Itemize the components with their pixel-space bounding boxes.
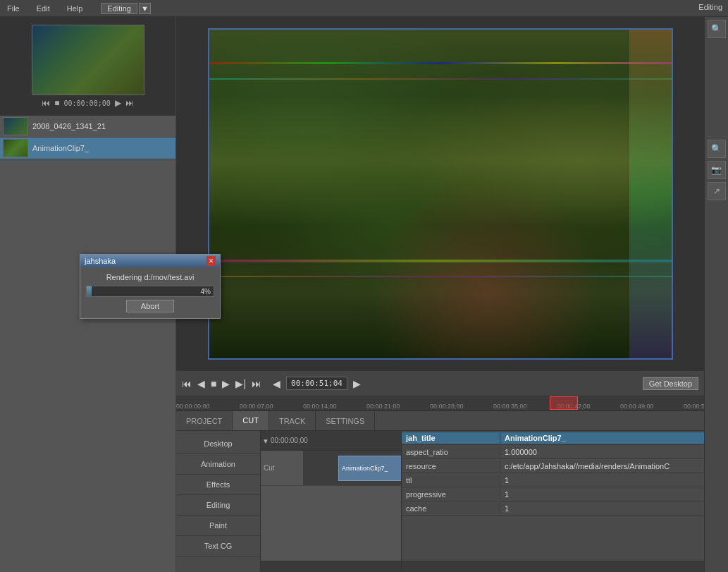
list-item[interactable]: 2008_0426_1341_21: [0, 116, 175, 138]
tool-camera[interactable]: 📷: [708, 161, 726, 179]
tab-cut[interactable]: CUT: [233, 411, 269, 430]
timeline-content: Cut AnimationClip7_: [261, 451, 401, 561]
fast-fwd-btn[interactable]: ⏭: [252, 378, 261, 389]
preview-thumb-inner: [32, 25, 144, 95]
preview-area: ⏮ ■ 00:00:00;00 ▶ ⏭: [0, 17, 175, 116]
prop-key: progressive: [402, 489, 500, 500]
abort-button[interactable]: Abort: [126, 300, 174, 312]
tl-time-0: 00:00:00;00: [271, 437, 308, 444]
sidebar-item-paint[interactable]: Paint: [176, 516, 260, 536]
sidebar-item-effects[interactable]: Effects: [176, 475, 260, 495]
tool-search[interactable]: 🔍: [708, 20, 726, 38]
red-marker: [550, 396, 578, 410]
preview-controls: ⏮ ■ 00:00:00;00 ▶ ⏭: [42, 98, 133, 108]
prop-val: 1: [500, 489, 704, 500]
prev-frame-btn[interactable]: ⏮: [42, 98, 50, 108]
tab-project[interactable]: PROJECT: [176, 411, 233, 430]
prop-row: aspect_ratio 1.000000: [402, 445, 704, 459]
props-panel: jah_title AnimationClip7_ aspect_ratio 1…: [401, 431, 704, 572]
menu-file[interactable]: File: [3, 3, 24, 14]
progress-bar-fill: [87, 286, 92, 296]
prop-key: jah_title: [402, 432, 500, 444]
ruler-tick: 00:00:28;00: [430, 403, 464, 410]
prop-row: cache 1: [402, 501, 704, 516]
clip-block[interactable]: AnimationClip7_: [338, 456, 401, 481]
timeline-header: ▼ 00:00:00;00 00:00:25;00 00:00:50;: [261, 431, 401, 451]
sidebar-item-textcg[interactable]: Text CG: [176, 536, 260, 556]
sidebar-item-desktop[interactable]: Desktop: [176, 434, 260, 454]
menu-edit[interactable]: Edit: [32, 3, 54, 14]
prop-key: ttl: [402, 475, 500, 486]
tl-arrow-left[interactable]: ▼: [261, 437, 271, 444]
prop-row: resource c:/etc/app/Jahshaka//media/rend…: [402, 459, 704, 473]
preview-thumbnail: [32, 25, 144, 95]
prop-row: jah_title AnimationClip7_: [402, 431, 704, 445]
menubar: File Edit Help Editing ▼ Editing: [0, 0, 728, 17]
top-right-label: Editing: [698, 3, 722, 11]
dialog-title: jahshaka: [85, 257, 116, 265]
prop-key: resource: [402, 461, 500, 472]
playback-controls: ⏮ ◀ ■ ▶ ▶| ⏭ ◀ 00:00:51;04 ▶ Get Desktop: [176, 370, 704, 396]
next-arrow[interactable]: ▶: [353, 378, 361, 389]
tab-track[interactable]: TRACK: [269, 411, 316, 430]
prev-btn[interactable]: ◀: [197, 378, 205, 389]
sidebar-item-editing[interactable]: Editing: [176, 495, 260, 516]
clip-thumb: [3, 117, 28, 135]
tab-settings[interactable]: SETTINGS: [316, 411, 375, 430]
sidebar-item-animation[interactable]: Animation: [176, 454, 260, 475]
prop-row: ttl 1: [402, 473, 704, 487]
get-desktop-btn[interactable]: Get Desktop: [643, 377, 698, 390]
stop-btn[interactable]: ■: [54, 98, 59, 108]
video-preview: [176, 17, 704, 370]
clip-list: 2008_0426_1341_21 AnimationClip7_: [0, 116, 175, 572]
left-sidebar: Desktop Animation Effects Editing Paint …: [176, 431, 261, 572]
dialog-close-btn[interactable]: ×: [206, 256, 216, 266]
ruler-tick: 00:00:35;00: [493, 403, 527, 410]
ruler-tick: 00:00:21;00: [366, 403, 400, 410]
next-frame-btn[interactable]: ⏭: [125, 98, 134, 108]
workspace-button[interactable]: Editing: [101, 3, 137, 14]
side-toolbar: 🔍 🔍 📷 ↗: [704, 17, 728, 572]
prop-row: progressive 1: [402, 487, 704, 501]
bottom-tabs: PROJECT CUT TRACK SETTINGS: [176, 411, 704, 431]
props-scroll: jah_title AnimationClip7_ aspect_ratio 1…: [402, 431, 704, 561]
ruler-tick: 00:00:07;00: [240, 403, 273, 410]
video-content: [209, 30, 672, 358]
stop-btn[interactable]: ■: [211, 378, 216, 389]
prev-arrow[interactable]: ◀: [273, 378, 280, 389]
prop-val: 1: [500, 475, 704, 486]
track-area[interactable]: AnimationClip7_: [303, 451, 401, 485]
menu-help[interactable]: Help: [63, 3, 87, 14]
ruler-tick: 00:00:00;00: [176, 403, 210, 410]
bottom-panel: PROJECT CUT TRACK SETTINGS Desktop Anima…: [176, 410, 704, 572]
timecode-display: 00:00:51;04: [286, 377, 347, 390]
prop-val: AnimationClip7_: [500, 432, 704, 444]
workspace-dropdown[interactable]: ▼: [139, 3, 151, 14]
preview-timecode: 00:00:00;00: [64, 99, 111, 107]
clip-thumb: [3, 139, 28, 157]
dialog-titlebar[interactable]: jahshaka ×: [80, 255, 220, 267]
ruler-tick: 00:00:14;00: [303, 403, 337, 410]
play-btn[interactable]: ▶: [115, 98, 121, 108]
clip-name: AnimationClip7_: [32, 144, 89, 152]
dialog-body: Rendering d:/mov/test.avi 4% Abort: [80, 267, 220, 318]
prop-val: c:/etc/app/Jahshaka//media/renders/Anima…: [500, 461, 704, 472]
play-btn[interactable]: ▶: [222, 378, 230, 389]
center-area: ⏮ ◀ ■ ▶ ▶| ⏭ ◀ 00:00:51;04 ▶ Get Desktop…: [176, 17, 704, 410]
progress-pct: 4%: [201, 286, 211, 298]
timeline-area: ▼ 00:00:00;00 00:00:25;00 00:00:50; Cut: [261, 431, 401, 572]
step-fwd-btn[interactable]: ▶|: [235, 378, 246, 389]
clip-name: 2008_0426_1341_21: [32, 122, 106, 130]
render-text: Rendering d:/mov/test.avi: [86, 273, 214, 281]
tool-zoom[interactable]: 🔍: [708, 140, 726, 158]
tool-share[interactable]: ↗: [708, 182, 726, 200]
list-item[interactable]: AnimationClip7_: [0, 138, 175, 159]
workspace-selector: Editing ▼: [101, 3, 151, 14]
prop-key: cache: [402, 503, 500, 514]
rewind-btn[interactable]: ⏮: [182, 378, 192, 389]
props-scrollbar[interactable]: [402, 561, 704, 572]
timeline-scroll-h[interactable]: [261, 561, 401, 572]
video-canvas: [208, 28, 673, 360]
prop-val: 1.000000: [500, 446, 704, 458]
prop-val: 1: [500, 503, 704, 514]
